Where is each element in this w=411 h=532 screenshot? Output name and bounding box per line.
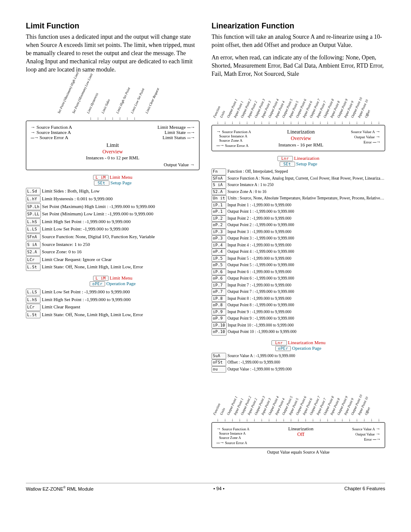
segment-code: L.hS xyxy=(26,296,40,303)
param-row: oP.1Output Point 1 : -1,999.000 to 9,999… xyxy=(212,208,385,215)
param-text: Source Function: None, Digital I/O, Func… xyxy=(42,234,155,239)
segment-code: iP.7 xyxy=(212,282,226,289)
param-text: Output Point 5 : -1,999.000 to 9,999.000 xyxy=(227,263,294,267)
param-text: Input Point 8 : -1,999.000 to 9,999.000 xyxy=(227,296,291,301)
segment-code: L.hS xyxy=(26,218,40,225)
param-row: oFStOffset : -1,999.000 to 9,999.000 xyxy=(212,359,385,366)
limit-oper-menu-header: L iM Limit Menu oPEr Operation Page xyxy=(26,275,199,286)
param-text: Input Point 2 : -1,999.000 to 9,999.000 xyxy=(227,216,291,221)
segment-code: SP.Lh xyxy=(26,203,41,210)
param-text: Source Zone: 0 to 16 xyxy=(42,249,81,254)
param-text: Output Point 8 : -1,999.000 to 9,999.000 xyxy=(227,303,294,307)
param-text: Output Point 10 : -1,999.000 to 9,999.00… xyxy=(228,330,296,334)
param-text: Limit Sides : Both, High, Low xyxy=(42,188,100,193)
param-row: oP.2Output Point 2 : -1,999.000 to 9,999… xyxy=(212,222,385,229)
diagram-label: Limit Hysteresis xyxy=(86,93,99,115)
param-row: S iASource Instance: 1 to 250 xyxy=(26,241,199,249)
lin-in4: Source Error A xyxy=(225,143,248,148)
param-row: S2.ASource Zone: 0 to 16 xyxy=(26,248,199,256)
param-row: L.LSLimit Low Set Point : -1,999.000 to … xyxy=(26,288,199,296)
segment-code: L.LS xyxy=(26,289,40,296)
param-text: Output Point 1 : -1,999.000 to 9,999.000 xyxy=(227,209,294,214)
param-row: ouOutput Value : -1,999.000 to 9,999.000 xyxy=(212,366,385,373)
segment-code: LCr xyxy=(26,304,40,311)
param-row: LCrLimit Clear Request: Ignore or Clear xyxy=(26,256,199,264)
segment-code: iP.3 xyxy=(212,229,226,236)
param-text: Source Zone A : 0 to 16 xyxy=(227,190,266,194)
segment-code: L.LS xyxy=(26,226,40,233)
limit-out2: Limit State xyxy=(165,130,186,135)
lin-out1: Source Value A xyxy=(351,130,374,134)
lin-off-caption: Output Value equals Source A Value xyxy=(212,450,385,454)
param-row: oP.4Output Point 4 : -1,999.000 to 9,999… xyxy=(212,249,385,255)
diagram-label: Units xyxy=(219,408,226,416)
param-text: Output Point 4 : -1,999.000 to 9,999.000 xyxy=(227,249,294,254)
limit-setup-menu-header: L iM Limit Menu SEt Setup Page xyxy=(26,174,199,186)
param-text: Limit State: Off, None, Limit High, Limi… xyxy=(42,264,143,269)
param-row: S iASource Instance A : 1 to 250 xyxy=(212,182,385,189)
limit-oper-params: L.LSLimit Low Set Point : -1,999.000 to … xyxy=(26,288,199,318)
param-text: Input Point 7 : -1,999.000 to 9,999.000 xyxy=(227,283,291,287)
param-text: Input Point 9 : -1,999.000 to 9,999.000 xyxy=(227,310,291,314)
limit-block-title: Limit xyxy=(31,142,195,149)
param-row: L.hSLimit High Set Point : -1,999.000 to… xyxy=(26,296,199,304)
diagram-label: Limit Clear Request xyxy=(145,87,160,114)
page-footer: Watlow EZ-ZONE® RML Module • 94 • Chapte… xyxy=(26,483,385,492)
param-text: Output Point 3 : -1,999.000 to 9,999.000 xyxy=(227,236,294,240)
param-row: SFnASource Function A : None, Analog Inp… xyxy=(212,175,385,182)
diagram-label: Limit High Set Point xyxy=(115,87,131,115)
segment-code: Un it xyxy=(212,195,227,202)
segment-code: SFnA xyxy=(212,175,226,182)
param-row: iP.9Input Point 9 : -1,999.000 to 9,999.… xyxy=(212,309,385,316)
segment-code: SP.LL xyxy=(26,211,41,218)
lin-block-title: Linearization xyxy=(287,129,315,135)
param-text: Output Point 6 : -1,999.000 to 9,999.000 xyxy=(227,276,294,280)
segment-code: S2.A xyxy=(26,249,40,255)
param-text: Output Point 2 : -1,999.000 to 9,999.000 xyxy=(227,223,294,227)
segment-code: oP.7 xyxy=(212,289,226,296)
param-row: iP.5Input Point 5 : -1,999.000 to 9,999.… xyxy=(212,255,385,262)
param-text: Input Point 4 : -1,999.000 to 9,999.000 xyxy=(227,243,291,247)
segment-code: LCr xyxy=(26,256,40,263)
lin-in1: Source Function A xyxy=(222,130,251,134)
segment-code: iP.2 xyxy=(212,215,226,222)
lin-in3: Source Zone A xyxy=(219,138,243,143)
lin-instances: Instances - 16 per RML xyxy=(278,142,323,147)
param-text: Limit High Set Point : -1,999.000 to 9,9… xyxy=(42,219,131,224)
lin-off-mode: Off xyxy=(297,431,304,437)
param-row: oP.10Output Point 10 : -1,999.000 to 9,9… xyxy=(212,329,385,336)
segment-code: L.Sd xyxy=(26,188,40,195)
param-row: oP.8Output Point 8 : -1,999.000 to 9,999… xyxy=(212,302,385,309)
param-row: SP.LLSet Point (Minimum) Low Limit : -1,… xyxy=(26,210,199,218)
segment-code: iP.8 xyxy=(212,296,226,302)
segment-code: oFSt xyxy=(212,359,226,366)
param-text: Input Point 5 : -1,999.000 to 9,999.000 xyxy=(227,256,291,261)
limit-setup-params: L.SdLimit Sides : Both, High, LowL.hYLim… xyxy=(26,187,199,271)
param-row: L.hSLimit High Set Point : -1,999.000 to… xyxy=(26,218,199,226)
segment-code: oP.1 xyxy=(212,208,226,215)
lin-overview: Overview xyxy=(291,135,311,141)
param-text: Units : Source, None, Absolute Temperatu… xyxy=(228,196,385,200)
segment-code: iP.9 xyxy=(212,309,226,316)
param-row: iP.8Input Point 8 : -1,999.000 to 9,999.… xyxy=(212,296,385,302)
param-row: FnFunction : Off, Interpolated, Stepped xyxy=(212,168,385,175)
segment-code: L.hY xyxy=(26,196,40,202)
segment-code: iP.10 xyxy=(212,322,227,329)
limit-out1: Limit Message xyxy=(158,124,186,130)
param-row: S2.ASource Zone A : 0 to 16 xyxy=(212,189,385,196)
param-text: Output Value : -1,999.000 to 9,999.000 xyxy=(227,367,292,371)
segment-code: iP.5 xyxy=(212,255,226,262)
segment-code: ou xyxy=(212,366,226,373)
param-row: L.hYLimit Hysteresis : 0.001 to 9,999.00… xyxy=(26,195,199,203)
segment-code: iP.1 xyxy=(212,202,226,209)
limit-heading: Limit Function xyxy=(26,22,199,31)
limit-diagram: Set Point (Maximum) High LimitSet Point … xyxy=(26,80,199,170)
lin-in2: Source Instance A xyxy=(219,134,247,138)
param-row: L.StLimit State: Off, None, Limit High, … xyxy=(26,263,199,271)
segment-code: oP.3 xyxy=(212,235,226,242)
lin-off-title: Linearization xyxy=(288,426,314,431)
diagram-label: Offset xyxy=(364,407,371,416)
param-row: oP.6Output Point 6 : -1,999.000 to 9,999… xyxy=(212,275,385,282)
lin-oper-menu-header: Lnr Linearization Menu oPEr Operation Pa… xyxy=(212,340,385,351)
lin-heading: Linearization Function xyxy=(212,22,385,31)
